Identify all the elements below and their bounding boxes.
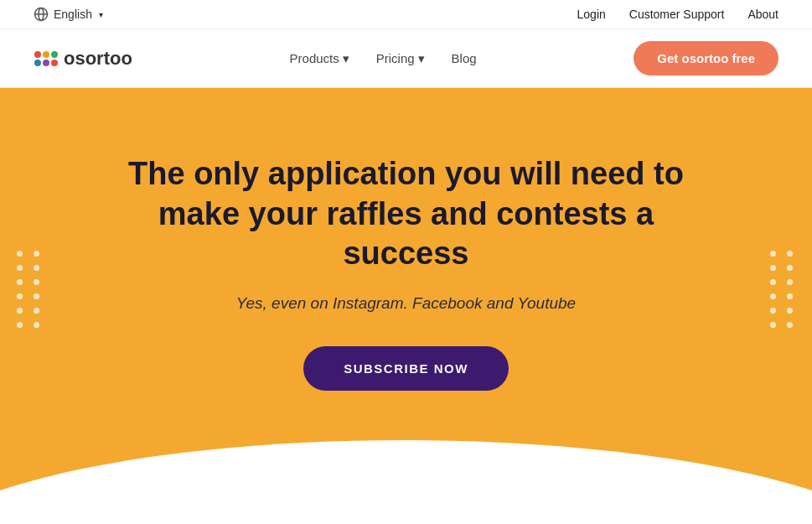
svg-point-5 [51, 51, 58, 58]
login-link[interactable]: Login [577, 8, 606, 21]
subscribe-button[interactable]: SUBSCRIBE NOW [303, 346, 509, 391]
hero-section: The only application you will need to ma… [0, 88, 812, 490]
blog-nav-link[interactable]: Blog [452, 51, 477, 65]
get-osortoo-button[interactable]: Get osortoo free [634, 41, 778, 75]
globe-icon [34, 7, 49, 22]
hero-headline: The only application you will need to ma… [113, 154, 700, 274]
top-bar-links: Login Customer Support About [577, 8, 778, 21]
products-nav-link[interactable]: Products ▾ [290, 51, 349, 66]
nav-links: Products ▾ Pricing ▾ Blog [290, 51, 477, 66]
language-label: English [54, 8, 92, 21]
language-chevron-icon: ▾ [99, 10, 103, 19]
customer-support-link[interactable]: Customer Support [629, 8, 725, 21]
products-chevron-icon: ▾ [343, 51, 349, 66]
logo[interactable]: osortoo [34, 48, 132, 70]
hero-subheadline: Yes, even on Instagram. Facebook and You… [236, 294, 576, 313]
top-bar: English ▾ Login Customer Support About [0, 0, 812, 29]
svg-point-7 [43, 60, 49, 66]
svg-point-8 [51, 60, 58, 66]
logo-text: osortoo [64, 48, 132, 70]
about-link[interactable]: About [747, 8, 778, 21]
svg-point-3 [34, 51, 41, 58]
dots-right-decoration [770, 251, 795, 328]
pricing-chevron-icon: ▾ [418, 51, 425, 66]
language-selector[interactable]: English ▾ [34, 7, 103, 22]
dots-left-decoration [17, 251, 42, 328]
hero-curve-decoration [0, 423, 812, 490]
pricing-nav-link[interactable]: Pricing ▾ [376, 51, 425, 66]
svg-point-4 [43, 51, 49, 58]
svg-point-6 [34, 60, 41, 66]
logo-icon [34, 49, 59, 68]
main-nav: osortoo Products ▾ Pricing ▾ Blog Get os… [0, 29, 812, 88]
